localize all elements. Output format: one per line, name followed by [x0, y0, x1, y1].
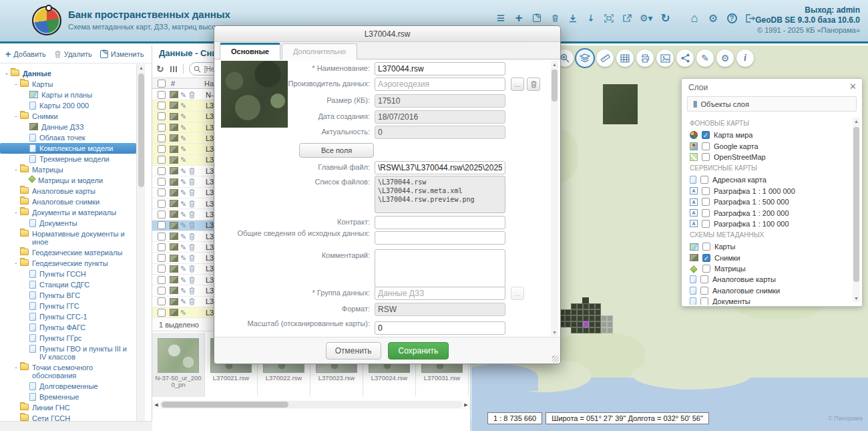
layer-item[interactable]: Матрицы [690, 263, 853, 274]
layer-checkbox[interactable] [700, 297, 708, 305]
tree-item[interactable]: Линии ГНС [0, 402, 136, 413]
row-checkbox[interactable] [158, 297, 166, 305]
layer-checkbox[interactable] [702, 187, 710, 195]
trash-icon[interactable] [188, 254, 196, 262]
layer-item[interactable]: OpenStreetMap [690, 152, 853, 162]
edit-icon[interactable]: ✎ [180, 277, 186, 283]
download-icon[interactable] [568, 11, 578, 25]
all-fields-button[interactable]: Все поля [299, 143, 374, 158]
preview-icon[interactable] [170, 113, 178, 120]
expander-icon[interactable]: - [12, 112, 20, 120]
tree-item[interactable]: Пункты ГГрс [0, 333, 136, 343]
main_file-input[interactable] [375, 161, 505, 174]
tree-item[interactable]: Пункты ВГС [0, 290, 136, 301]
row-checkbox[interactable] [158, 178, 166, 186]
more-button[interactable]: … [511, 287, 524, 300]
layer-checkbox[interactable] [702, 254, 710, 262]
column-number[interactable]: # [171, 80, 204, 88]
edit-icon[interactable]: ✎ [180, 102, 186, 109]
scroll-left-icon[interactable]: ◀ [152, 400, 160, 409]
close-icon[interactable]: ✕ [849, 82, 857, 92]
preview-icon[interactable] [170, 189, 178, 196]
print-button[interactable] [636, 49, 654, 67]
edit-icon[interactable]: ✎ [180, 92, 186, 98]
edit-icon[interactable]: ✎ [180, 265, 186, 272]
edit-icon[interactable]: ✎ [180, 189, 186, 196]
row-checkbox[interactable] [158, 243, 166, 251]
edit-icon[interactable]: ✎ [180, 168, 186, 174]
tree-item[interactable]: Аналоговые карты [0, 186, 136, 196]
layers-button[interactable] [576, 49, 594, 67]
tree-item[interactable]: -Геодезические пункты [0, 258, 136, 269]
row-checkbox[interactable] [158, 221, 166, 229]
add-button[interactable]: + Добавить [5, 49, 46, 59]
scroll-thumb[interactable] [552, 69, 558, 102]
edit-icon[interactable]: ✎ [180, 135, 186, 142]
layer-item[interactable]: Карта мира [690, 130, 853, 140]
scroll-thumb[interactable] [853, 127, 859, 282]
comment-textarea[interactable] [375, 249, 505, 288]
row-checkbox[interactable] [158, 91, 166, 99]
layer-checkbox[interactable] [700, 275, 708, 283]
logout-icon[interactable] [745, 11, 756, 25]
dialog-scrollbar[interactable]: ▲ ▼ [551, 61, 558, 336]
edit-icon[interactable]: ✎ [180, 200, 186, 207]
edit-icon[interactable]: ✎ [180, 255, 186, 261]
draw-button[interactable]: ✎ [696, 49, 714, 67]
tree-item[interactable]: Документы [0, 218, 136, 229]
row-checkbox[interactable] [158, 102, 166, 110]
layer-checkbox[interactable] [702, 243, 710, 251]
import-icon[interactable] [586, 11, 596, 25]
select-all-checkbox[interactable] [158, 80, 166, 88]
preview-icon[interactable] [170, 255, 178, 262]
edit-icon[interactable]: ✎ [180, 309, 186, 316]
tree-item[interactable]: Аналоговые снимки [0, 196, 136, 207]
dialog-title[interactable]: L370044.rsw [214, 26, 560, 42]
layer-item[interactable]: AРазграфка 1 : 500 000 [690, 196, 853, 207]
resize-grip[interactable] [552, 355, 559, 362]
preview-icon[interactable] [170, 233, 178, 240]
row-checkbox[interactable] [158, 156, 166, 164]
layer-item[interactable]: Документы [690, 296, 853, 305]
scroll-up-icon[interactable]: ▲ [551, 61, 558, 68]
tree-item[interactable]: Временные [0, 392, 136, 402]
scroll-down-icon[interactable]: ▼ [853, 295, 860, 302]
row-checkbox[interactable] [158, 276, 166, 284]
image-export-button[interactable] [656, 49, 674, 67]
info-button[interactable]: i [736, 49, 754, 67]
tree-item[interactable]: Долговременные [0, 381, 136, 392]
tree-item[interactable]: Пункты ФАГС [0, 322, 136, 333]
scroll-right-icon[interactable]: ▶ [462, 400, 470, 409]
layer-item[interactable]: AРазграфка 1 : 200 000 [690, 207, 853, 218]
map-scale[interactable]: 1 : 8 735 660 [487, 412, 542, 424]
tree-item[interactable]: Геодезические материалы [0, 247, 136, 258]
row-checkbox[interactable] [158, 188, 166, 196]
layer-checkbox[interactable] [702, 142, 710, 150]
trash-icon[interactable] [188, 233, 196, 241]
trash-icon[interactable] [188, 200, 196, 208]
grid-button[interactable] [616, 49, 634, 67]
tree-item[interactable]: Пункты ГВО и пункты III и IV классов [0, 343, 136, 362]
edit-icon[interactable]: ✎ [180, 146, 186, 152]
delete-icon[interactable] [550, 11, 560, 25]
layer-item[interactable]: Google карта [690, 140, 853, 151]
name-input[interactable] [375, 62, 505, 76]
row-checkbox[interactable] [158, 309, 166, 317]
add-icon[interactable]: + [513, 11, 524, 25]
edit-icon[interactable]: ✎ [180, 287, 186, 294]
thumbnail-item[interactable]: N-37-50_ur_2000_pn [152, 333, 205, 397]
tree-item[interactable]: Матрицы и модели [0, 175, 136, 186]
row-checkbox[interactable] [158, 134, 166, 142]
tree-item[interactable]: Трехмерные модели [0, 154, 136, 164]
tree-item[interactable]: Нормативные документы и иное [0, 229, 136, 247]
preview-icon[interactable] [170, 298, 178, 305]
row-checkbox[interactable] [158, 287, 166, 295]
tree-item[interactable]: -Точки съемочного обоснования [0, 362, 136, 381]
layer-objects-button[interactable]: ||| Объекты слоя [687, 96, 857, 112]
settings-button[interactable]: ⚙ [716, 49, 734, 67]
producer-input[interactable] [375, 78, 505, 91]
contract-input[interactable] [375, 216, 505, 229]
services-icon[interactable]: ⚙▾ [640, 11, 653, 25]
preview-icon[interactable] [170, 146, 178, 153]
trash-icon[interactable] [188, 188, 196, 196]
